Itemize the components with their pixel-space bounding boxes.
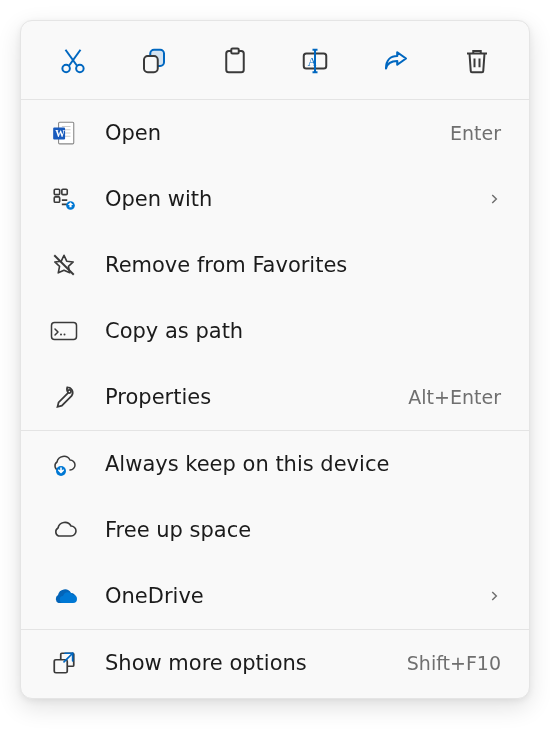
more-options-shortcut: Shift+F10 (407, 652, 501, 674)
paste-button[interactable] (211, 37, 259, 85)
share-icon (381, 46, 411, 76)
svg-point-26 (64, 334, 66, 336)
copy-icon (139, 46, 169, 76)
onedrive-item[interactable]: OneDrive (21, 563, 529, 629)
onedrive-icon (49, 581, 79, 611)
svg-text:W: W (55, 128, 65, 139)
paste-icon (220, 46, 250, 76)
properties-item[interactable]: Properties Alt+Enter (21, 364, 529, 430)
cut-button[interactable] (49, 37, 97, 85)
cloud-icon (49, 515, 79, 545)
properties-shortcut: Alt+Enter (408, 386, 501, 408)
toolbar: A (21, 27, 529, 99)
free-up-item[interactable]: Free up space (21, 497, 529, 563)
always-keep-item[interactable]: Always keep on this device (21, 431, 529, 497)
properties-icon (49, 382, 79, 412)
open-with-item[interactable]: Open with (21, 166, 529, 232)
open-with-label: Open with (105, 187, 487, 211)
svg-rect-19 (54, 189, 59, 194)
rename-button[interactable]: A (291, 37, 339, 85)
open-item[interactable]: W Open Enter (21, 100, 529, 166)
svg-rect-5 (144, 56, 158, 72)
more-options-icon (49, 648, 79, 678)
open-shortcut: Enter (450, 122, 501, 144)
delete-button[interactable] (453, 37, 501, 85)
copy-button[interactable] (130, 37, 178, 85)
share-button[interactable] (372, 37, 420, 85)
free-up-label: Free up space (105, 518, 501, 542)
delete-icon (462, 46, 492, 76)
always-keep-label: Always keep on this device (105, 452, 501, 476)
svg-rect-20 (62, 189, 67, 194)
more-options-label: Show more options (105, 651, 407, 675)
svg-rect-24 (52, 323, 77, 340)
svg-point-27 (68, 390, 71, 393)
properties-label: Properties (105, 385, 408, 409)
chevron-right-icon (487, 589, 501, 603)
svg-point-0 (62, 65, 70, 73)
svg-rect-7 (231, 49, 239, 54)
word-document-icon: W (49, 118, 79, 148)
unfavorite-icon (49, 250, 79, 280)
copy-path-icon (49, 316, 79, 346)
open-with-icon (49, 184, 79, 214)
context-menu: A (20, 20, 530, 699)
svg-point-25 (60, 334, 62, 336)
more-options-item[interactable]: Show more options Shift+F10 (21, 630, 529, 696)
onedrive-label: OneDrive (105, 584, 487, 608)
cut-icon (58, 46, 88, 76)
rename-icon: A (300, 46, 330, 76)
copy-path-item[interactable]: Copy as path (21, 298, 529, 364)
cloud-download-icon (49, 449, 79, 479)
open-label: Open (105, 121, 450, 145)
copy-path-label: Copy as path (105, 319, 501, 343)
svg-point-1 (76, 65, 84, 73)
chevron-right-icon (487, 192, 501, 206)
svg-rect-21 (54, 197, 59, 202)
remove-favorites-label: Remove from Favorites (105, 253, 501, 277)
remove-favorites-item[interactable]: Remove from Favorites (21, 232, 529, 298)
svg-text:A: A (308, 55, 317, 69)
